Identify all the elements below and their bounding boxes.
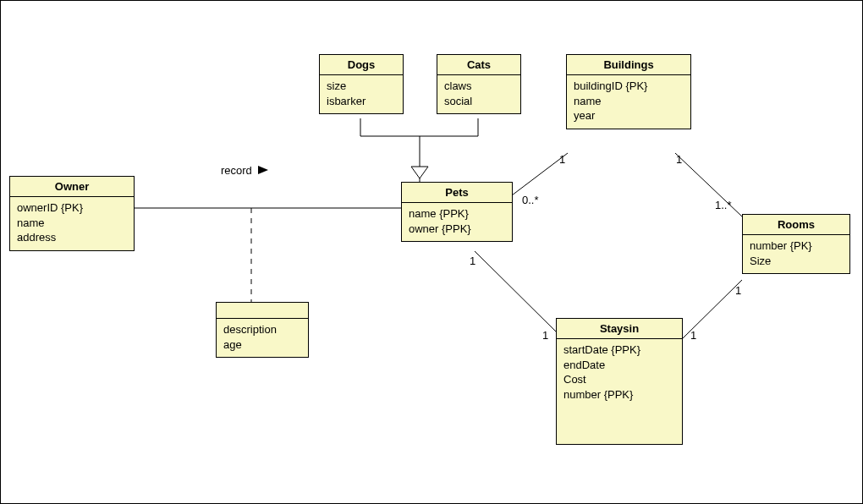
- mult-rooms-staysin-rooms: 1: [735, 284, 741, 297]
- connectors: [1, 1, 863, 504]
- svg-marker-6: [411, 167, 428, 178]
- entity-staysin-title: Staysin: [557, 319, 682, 339]
- entity-association-attrs: description age: [217, 319, 308, 357]
- svg-line-9: [675, 153, 742, 216]
- diagram-canvas: record Owner ownerID {PK} name address D…: [0, 0, 863, 504]
- attr: claws: [444, 79, 514, 94]
- entity-association: description age: [216, 302, 309, 358]
- attr: isbarker: [327, 94, 396, 109]
- svg-marker-12: [258, 166, 268, 174]
- association-label-text: record: [221, 164, 252, 177]
- entity-pets: Pets name {PPK} owner {PPK}: [401, 182, 513, 242]
- mult-pets-buildings-pets: 0..*: [522, 194, 539, 206]
- attr: owner {PPK}: [409, 222, 505, 237]
- entity-association-title: [217, 303, 308, 319]
- entity-staysin: Staysin startDate {PPK} endDate Cost num…: [556, 318, 683, 445]
- entity-dogs-title: Dogs: [320, 55, 403, 75]
- association-label: record: [221, 164, 268, 177]
- entity-owner-attrs: ownerID {PK} name address: [10, 197, 134, 250]
- attr: number {PPK}: [563, 387, 675, 403]
- entity-rooms: Rooms number {PK} Size: [742, 214, 850, 274]
- mult-rooms-staysin-staysin: 1: [690, 329, 696, 342]
- attr: name {PPK}: [409, 206, 505, 222]
- entity-rooms-attrs: number {PK} Size: [743, 235, 849, 273]
- svg-line-11: [475, 251, 559, 335]
- arrow-right-icon: [258, 164, 268, 177]
- entity-cats-attrs: claws social: [437, 75, 520, 113]
- attr: name: [17, 216, 127, 231]
- entity-cats-title: Cats: [437, 55, 520, 75]
- entity-buildings: Buildings buildingID {PK} name year: [566, 54, 691, 129]
- attr: ownerID {PK}: [17, 200, 127, 216]
- entity-cats: Cats claws social: [437, 54, 521, 114]
- attr: description: [223, 322, 301, 337]
- attr: buildingID {PK}: [574, 79, 684, 94]
- mult-pets-buildings-buildings: 1: [559, 153, 565, 166]
- attr: year: [574, 108, 684, 123]
- entity-pets-title: Pets: [402, 183, 512, 203]
- mult-buildings-rooms-buildings: 1: [676, 153, 682, 166]
- entity-pets-attrs: name {PPK} owner {PPK}: [402, 203, 512, 241]
- attr: startDate {PPK}: [563, 342, 675, 358]
- attr: address: [17, 230, 127, 245]
- entity-dogs: Dogs size isbarker: [319, 54, 404, 114]
- mult-pets-staysin-staysin: 1: [542, 329, 548, 342]
- attr: social: [444, 94, 514, 109]
- attr: age: [223, 337, 301, 353]
- attr: size: [327, 79, 396, 94]
- entity-rooms-title: Rooms: [743, 215, 849, 235]
- mult-pets-staysin-pets: 1: [470, 255, 475, 267]
- mult-buildings-rooms-rooms: 1..*: [715, 199, 732, 211]
- attr: name: [574, 94, 684, 109]
- entity-buildings-title: Buildings: [567, 55, 690, 75]
- entity-buildings-attrs: buildingID {PK} name year: [567, 75, 690, 129]
- entity-owner-title: Owner: [10, 177, 134, 197]
- entity-owner: Owner ownerID {PK} name address: [9, 176, 135, 251]
- attr: Cost: [563, 372, 675, 387]
- attr: number {PK}: [750, 238, 843, 254]
- entity-dogs-attrs: size isbarker: [320, 75, 403, 113]
- attr: endDate: [563, 358, 675, 373]
- entity-staysin-attrs: startDate {PPK} endDate Cost number {PPK…: [557, 339, 682, 407]
- attr: Size: [750, 254, 843, 269]
